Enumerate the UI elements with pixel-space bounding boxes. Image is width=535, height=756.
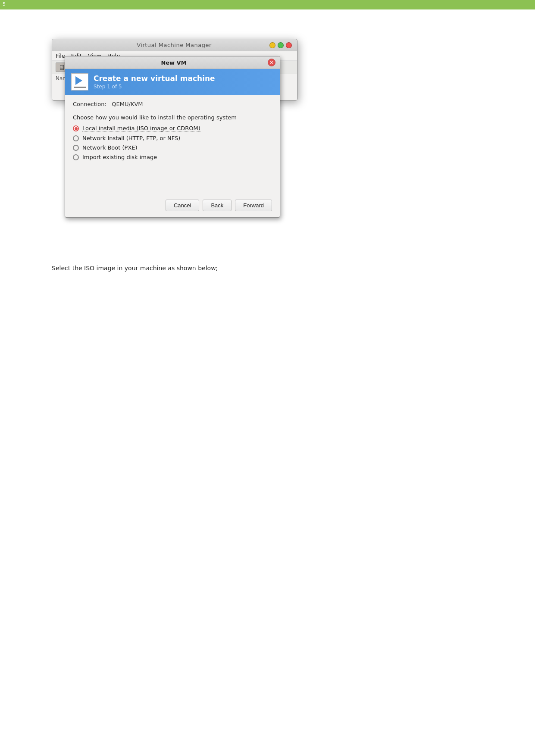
radio-option-3[interactable]: Import existing disk image bbox=[73, 154, 272, 160]
step-title: Create a new virtual machine bbox=[94, 74, 274, 83]
dialog-titlebar: New VM ✕ bbox=[65, 56, 280, 69]
radio-label-2: Network Boot (PXE) bbox=[82, 144, 138, 151]
dialog-title: New VM bbox=[80, 59, 268, 66]
dialog-buttons: Cancel Back Forward bbox=[65, 195, 280, 217]
top-bar: 5 bbox=[0, 0, 535, 9]
back-button[interactable]: Back bbox=[203, 200, 232, 211]
instruction-text: Select the ISO image in your machine as … bbox=[52, 265, 535, 272]
connection-row: Connection: QEMU/KVM bbox=[73, 101, 272, 107]
body-spacer bbox=[73, 163, 272, 189]
connection-value: QEMU/KVM bbox=[112, 101, 143, 107]
page-content: Virtual Machine Manager File Edit View H… bbox=[0, 0, 535, 272]
radio-label-3: Import existing disk image bbox=[82, 154, 157, 160]
window-stack: Virtual Machine Manager File Edit View H… bbox=[52, 39, 297, 101]
play-icon bbox=[75, 76, 82, 85]
dialog-body: Connection: QEMU/KVM Choose how you woul… bbox=[65, 95, 280, 195]
new-vm-dialog: New VM ✕ Create a new virtual machine St… bbox=[65, 56, 280, 218]
connection-label: Connection: bbox=[73, 101, 106, 107]
menu-file[interactable]: File bbox=[56, 53, 65, 59]
dialog-close-button[interactable]: ✕ bbox=[268, 59, 275, 66]
forward-button[interactable]: Forward bbox=[235, 200, 272, 211]
vmm-window-title: Virtual Machine Manager bbox=[79, 42, 269, 48]
top-bar-label: 5 bbox=[0, 0, 8, 9]
minimize-button[interactable] bbox=[269, 42, 275, 48]
step-icon bbox=[71, 73, 88, 91]
install-section-title: Choose how you would like to install the… bbox=[73, 114, 272, 121]
cancel-button[interactable]: Cancel bbox=[166, 200, 199, 211]
monitor-glyph: 🖥 bbox=[58, 63, 65, 72]
radio-label-1: Network Install (HTTP, FTP, or NFS) bbox=[82, 135, 180, 141]
radio-button-1[interactable] bbox=[73, 135, 79, 141]
radio-button-0[interactable] bbox=[73, 125, 79, 131]
radio-button-3[interactable] bbox=[73, 154, 79, 160]
step-subtitle: Step 1 of 5 bbox=[94, 84, 274, 90]
radio-label-0: Local install media (ISO image or CDROM) bbox=[82, 125, 200, 132]
window-controls bbox=[269, 42, 292, 48]
radio-option-0[interactable]: Local install media (ISO image or CDROM) bbox=[73, 125, 272, 132]
icon-bar bbox=[74, 87, 86, 88]
step-header: Create a new virtual machine Step 1 of 5 bbox=[65, 69, 280, 95]
close-button[interactable] bbox=[286, 42, 292, 48]
step-text-block: Create a new virtual machine Step 1 of 5 bbox=[94, 74, 274, 90]
radio-option-2[interactable]: Network Boot (PXE) bbox=[73, 144, 272, 151]
radio-option-1[interactable]: Network Install (HTTP, FTP, or NFS) bbox=[73, 135, 272, 141]
radio-button-2[interactable] bbox=[73, 145, 79, 151]
vmm-titlebar: Virtual Machine Manager bbox=[52, 39, 297, 51]
maximize-button[interactable] bbox=[278, 42, 284, 48]
